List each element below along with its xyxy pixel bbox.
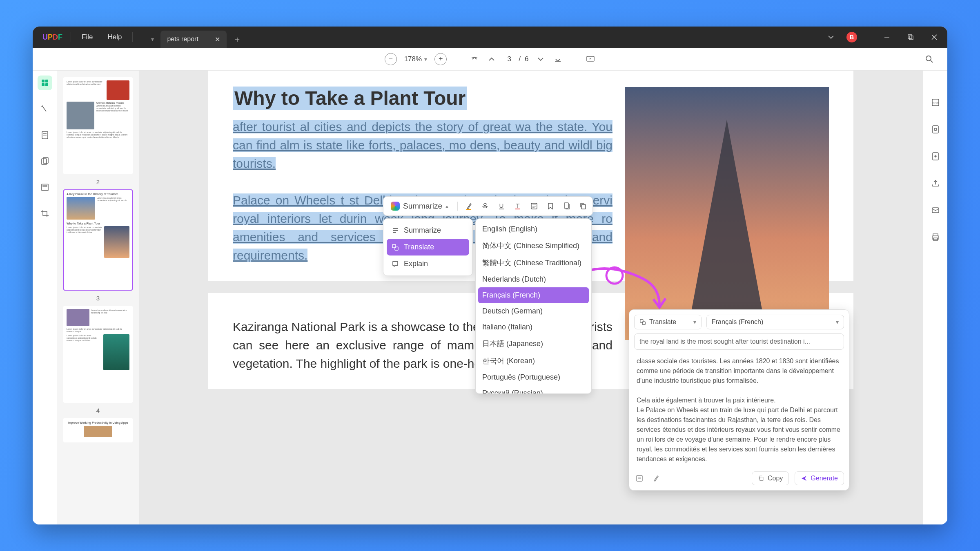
menu-file[interactable]: File [74, 33, 100, 41]
svg-text:OCR: OCR [932, 101, 939, 105]
lang-option-korean[interactable]: 한국어 (Korean) [476, 352, 591, 369]
ocr-icon[interactable]: OCR [928, 95, 943, 110]
copy-button[interactable]: Copy [752, 471, 789, 485]
svg-text:U: U [499, 202, 504, 209]
svg-rect-46 [933, 126, 938, 133]
svg-rect-8 [42, 80, 45, 82]
minimize-button[interactable] [879, 29, 895, 45]
svg-rect-38 [640, 320, 643, 322]
toolbar: − 178%▾ + / 6 [33, 48, 947, 71]
search-button[interactable] [923, 53, 936, 66]
page-image-eiffel [625, 87, 829, 340]
zoom-in-button[interactable]: + [434, 53, 447, 65]
svg-point-6 [926, 56, 931, 61]
copy-icon [758, 475, 764, 482]
chat-icon [392, 260, 399, 268]
svg-rect-2 [909, 36, 913, 40]
prev-page-button[interactable] [487, 54, 497, 64]
page-thumbnail[interactable]: Lorem ipsum dolor sit amet consectetur a… [63, 306, 133, 403]
lang-option-german[interactable]: Deutsch (German) [476, 303, 591, 319]
email-icon[interactable] [928, 203, 943, 218]
comment-tool-icon[interactable] [38, 102, 52, 116]
svg-rect-1 [908, 35, 912, 38]
lang-option-japanese[interactable]: 日本語 (Japanese) [476, 335, 591, 352]
ai-action-dropdown: Summarize Translate Explain [383, 218, 473, 276]
maximize-button[interactable] [902, 29, 919, 45]
svg-rect-25 [515, 209, 520, 209]
note-icon[interactable] [529, 201, 539, 211]
lang-option-italian[interactable]: Italiano (Italian) [476, 319, 591, 335]
target-language-select[interactable]: Français (French) ▾ [706, 315, 844, 329]
lang-option-chinese-simplified[interactable]: 简体中文 (Chinese Simplified) [476, 237, 591, 254]
generate-button[interactable]: Generate [795, 471, 844, 485]
translation-output: classe sociale des touristes. Les années… [634, 355, 844, 466]
ai-sparkle-icon [391, 202, 400, 211]
highlight-color-icon[interactable] [463, 201, 474, 211]
highlight-result-icon[interactable] [650, 473, 661, 484]
zoom-level-select[interactable]: 178%▾ [404, 55, 427, 63]
user-avatar[interactable]: B [846, 32, 857, 42]
ai-summarize-button[interactable]: Summarize ▴ [388, 200, 452, 212]
lang-option-french[interactable]: Français (French) [478, 287, 589, 303]
lang-option-portuguese[interactable]: Português (Portuguese) [476, 369, 591, 385]
insert-note-icon[interactable] [634, 473, 645, 484]
chevron-down-icon[interactable] [823, 29, 839, 45]
export-icon[interactable] [928, 149, 943, 164]
app-logo: UPDF [38, 33, 67, 42]
thumb-label: 4 [96, 407, 100, 414]
lang-option-dutch[interactable]: Nederlands (Dutch) [476, 271, 591, 287]
tab-home[interactable]: ▾ [144, 31, 160, 48]
form-tool-icon[interactable] [38, 180, 52, 195]
highlighted-text: after tourist al cities and depicts the … [233, 120, 612, 170]
thumbnail-panel: Lorem ipsum dolor sit amet consectetur a… [57, 71, 139, 524]
first-page-button[interactable] [470, 54, 479, 64]
dropdown-item-translate[interactable]: Translate [387, 239, 469, 256]
svg-rect-16 [43, 158, 48, 163]
page-total: 6 [525, 55, 528, 63]
dropdown-item-explain[interactable]: Explain [387, 256, 469, 272]
app-window: UPDF File Help ▾ pets report ✕ ＋ B − 178… [33, 27, 947, 524]
main-area: Lorem ipsum dolor sit amet consectetur a… [33, 71, 947, 524]
page-tool-icon[interactable] [38, 154, 52, 169]
document-viewport[interactable]: Why to Take a Plant Tour after tourist a… [139, 71, 923, 524]
menu-help[interactable]: Help [100, 33, 129, 41]
dropdown-item-summarize[interactable]: Summarize [387, 222, 469, 239]
text-color-icon[interactable]: T [512, 201, 523, 211]
bookmark-icon[interactable] [545, 201, 556, 211]
page-thumbnail[interactable]: A Key Phase in the History of Tourism Lo… [63, 189, 133, 291]
print-icon[interactable] [928, 230, 943, 244]
edit-tool-icon[interactable] [38, 128, 52, 142]
tab-add-button[interactable]: ＋ [227, 34, 248, 45]
tab-label: pets report [167, 36, 198, 43]
zoom-out-button[interactable]: − [385, 53, 397, 65]
translate-panel: Translate ▾ Français (French) ▾ the roya… [629, 309, 849, 491]
strikethrough-icon[interactable]: S [480, 201, 490, 211]
language-dropdown: English (English) 简体中文 (Chinese Simplifi… [475, 218, 592, 394]
translate-icon [392, 244, 399, 251]
copy-icon[interactable] [578, 201, 588, 211]
lang-option-chinese-traditional[interactable]: 繁體中文 (Chinese Traditional) [476, 254, 591, 271]
page-current-input[interactable] [504, 55, 514, 63]
selection-toolbar: Summarize ▴ S U T [383, 196, 593, 216]
crop-tool-icon[interactable] [38, 206, 52, 221]
close-button[interactable] [926, 29, 942, 45]
next-page-button[interactable] [536, 54, 546, 64]
underline-icon[interactable]: U [496, 201, 507, 211]
protect-icon[interactable] [928, 122, 943, 137]
share-icon[interactable] [928, 176, 943, 191]
svg-text:T: T [516, 202, 519, 209]
last-page-button[interactable] [553, 54, 563, 64]
thumbnails-icon[interactable] [38, 76, 52, 90]
tab-document[interactable]: pets report ✕ [160, 31, 226, 48]
svg-rect-18 [43, 185, 47, 187]
lang-option-russian[interactable]: Русский (Russian) [476, 385, 591, 394]
page-thumbnail[interactable]: Improve Working Productivity in Using Ap… [63, 418, 133, 442]
page-thumbnail[interactable]: Lorem ipsum dolor sit amet consectetur a… [63, 77, 133, 174]
link-icon[interactable] [561, 201, 572, 211]
close-icon[interactable]: ✕ [215, 36, 220, 43]
lang-option-english[interactable]: English (English) [476, 221, 591, 237]
translate-mode-select[interactable]: Translate ▾ [634, 315, 702, 329]
presentation-button[interactable] [586, 54, 595, 64]
svg-rect-30 [564, 203, 568, 208]
page-title: Why to Take a Plant Tour [233, 87, 467, 110]
